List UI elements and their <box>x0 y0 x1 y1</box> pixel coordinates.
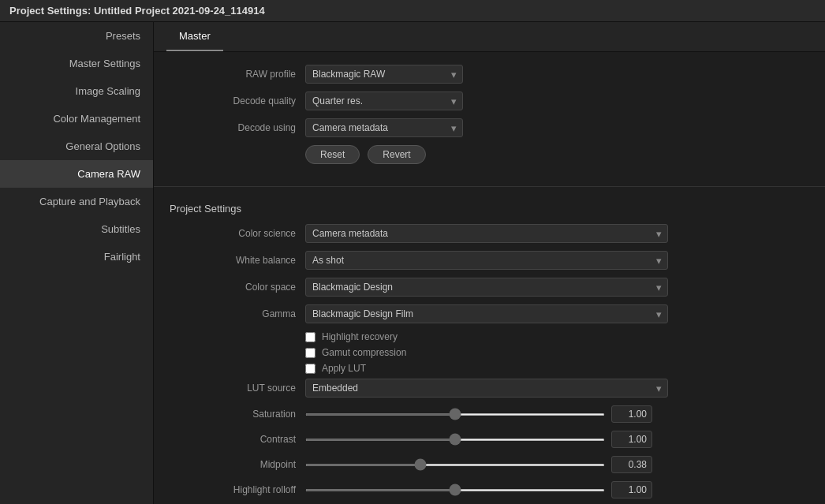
raw-profile-row: RAW profile Blackmagic RAW <box>170 65 809 84</box>
sidebar-item-image-scaling[interactable]: Image Scaling <box>0 77 153 105</box>
gamma-select-wrapper: Blackmagic Design Film <box>305 304 668 323</box>
saturation-label: Saturation <box>170 409 296 420</box>
gamut-compression-checkbox[interactable] <box>305 348 315 358</box>
sidebar-item-capture-playback[interactable]: Capture and Playback <box>0 188 153 215</box>
reset-button[interactable]: Reset <box>305 145 360 164</box>
sidebar-item-subtitles[interactable]: Subtitles <box>0 215 153 243</box>
gamut-compression-row: Gamut compression <box>305 347 809 358</box>
gamma-label: Gamma <box>170 308 296 319</box>
highlight-rolloff-slider[interactable] <box>305 489 605 491</box>
highlight-recovery-row: Highlight recovery <box>305 331 809 342</box>
apply-lut-checkbox[interactable] <box>305 364 315 374</box>
gamut-compression-label: Gamut compression <box>322 347 406 358</box>
title-bar: Project Settings: Untitled Project 2021-… <box>0 0 825 22</box>
decode-using-select[interactable]: Camera metadata Project settings <box>305 118 463 137</box>
lut-source-label: LUT source <box>170 383 296 394</box>
saturation-slider-wrapper <box>305 405 652 423</box>
decode-using-select-wrapper: Camera metadata Project settings <box>305 118 463 137</box>
lut-source-row: LUT source Embedded <box>170 379 809 398</box>
color-science-label: Color science <box>170 228 296 239</box>
white-balance-label: White balance <box>170 255 296 266</box>
midpoint-slider-wrapper <box>305 456 652 473</box>
raw-profile-select[interactable]: Blackmagic RAW <box>305 65 463 84</box>
midpoint-label: Midpoint <box>170 459 296 470</box>
midpoint-slider[interactable] <box>305 464 605 466</box>
decode-using-label: Decode using <box>170 122 296 133</box>
color-science-row: Color science Camera metadata <box>170 224 809 243</box>
raw-section: RAW profile Blackmagic RAW Decode qualit… <box>154 52 825 183</box>
sidebar-item-presets[interactable]: Presets <box>0 22 153 50</box>
lut-source-select-wrapper: Embedded <box>305 379 668 398</box>
white-balance-select-wrapper: As shot Custom <box>305 251 668 270</box>
title-label: Project Settings: <box>9 5 91 17</box>
btn-row: Reset Revert <box>305 145 809 164</box>
sliders-container: SaturationContrastMidpointHighlight roll… <box>170 405 809 504</box>
saturation-slider[interactable] <box>305 413 605 416</box>
raw-profile-select-wrapper: Blackmagic RAW <box>305 65 463 84</box>
content-area: Master RAW profile Blackmagic RAW Decode… <box>154 22 825 504</box>
midpoint-value[interactable] <box>611 456 652 473</box>
sidebar-item-color-management[interactable]: Color Management <box>0 105 153 133</box>
highlight-recovery-checkbox[interactable] <box>305 332 315 342</box>
decode-using-row: Decode using Camera metadata Project set… <box>170 118 809 137</box>
white-balance-select[interactable]: As shot Custom <box>305 251 668 270</box>
apply-lut-row: Apply LUT <box>305 363 809 374</box>
white-balance-row: White balance As shot Custom <box>170 251 809 270</box>
sidebar-item-fairlight[interactable]: Fairlight <box>0 243 153 271</box>
decode-quality-select-wrapper: Quarter res. Half res. Full res. <box>305 91 463 110</box>
highlight-rolloff-slider-wrapper <box>305 481 652 498</box>
contrast-row: Contrast <box>170 431 809 448</box>
raw-profile-label: RAW profile <box>170 69 296 80</box>
color-space-row: Color space Blackmagic Design <box>170 278 809 297</box>
project-name: Untitled Project 2021-09-24_114914 <box>94 5 265 17</box>
sidebar-item-general-options[interactable]: General Options <box>0 133 153 160</box>
sidebar-item-master-settings[interactable]: Master Settings <box>0 50 153 77</box>
color-space-label: Color space <box>170 282 296 293</box>
gamma-row: Gamma Blackmagic Design Film <box>170 304 809 323</box>
decode-quality-select[interactable]: Quarter res. Half res. Full res. <box>305 91 463 110</box>
sidebar: Presets Master Settings Image Scaling Co… <box>0 22 154 504</box>
tab-bar: Master <box>154 22 825 52</box>
midpoint-row: Midpoint <box>170 456 809 473</box>
decode-quality-row: Decode quality Quarter res. Half res. Fu… <box>170 91 809 110</box>
color-science-select-wrapper: Camera metadata <box>305 224 668 243</box>
sidebar-item-camera-raw[interactable]: Camera RAW <box>0 160 153 188</box>
saturation-value[interactable] <box>611 405 652 423</box>
color-space-select-wrapper: Blackmagic Design <box>305 278 668 297</box>
tab-master[interactable]: Master <box>166 22 223 51</box>
highlight-rolloff-value[interactable] <box>611 481 652 498</box>
gamma-select[interactable]: Blackmagic Design Film <box>305 304 668 323</box>
contrast-slider[interactable] <box>305 439 605 441</box>
lut-source-select[interactable]: Embedded <box>305 379 668 398</box>
decode-quality-label: Decode quality <box>170 95 296 106</box>
project-settings-title: Project Settings <box>154 196 825 215</box>
contrast-slider-wrapper <box>305 431 652 448</box>
highlight-recovery-label: Highlight recovery <box>322 331 398 342</box>
revert-button[interactable]: Revert <box>368 145 425 164</box>
contrast-value[interactable] <box>611 431 652 448</box>
highlight-rolloff-row: Highlight rolloff <box>170 481 809 498</box>
color-science-select[interactable]: Camera metadata <box>305 224 668 243</box>
saturation-row: Saturation <box>170 405 809 423</box>
color-space-select[interactable]: Blackmagic Design <box>305 278 668 297</box>
contrast-label: Contrast <box>170 434 296 445</box>
highlight-rolloff-label: Highlight rolloff <box>170 484 296 495</box>
apply-lut-label: Apply LUT <box>322 363 366 374</box>
